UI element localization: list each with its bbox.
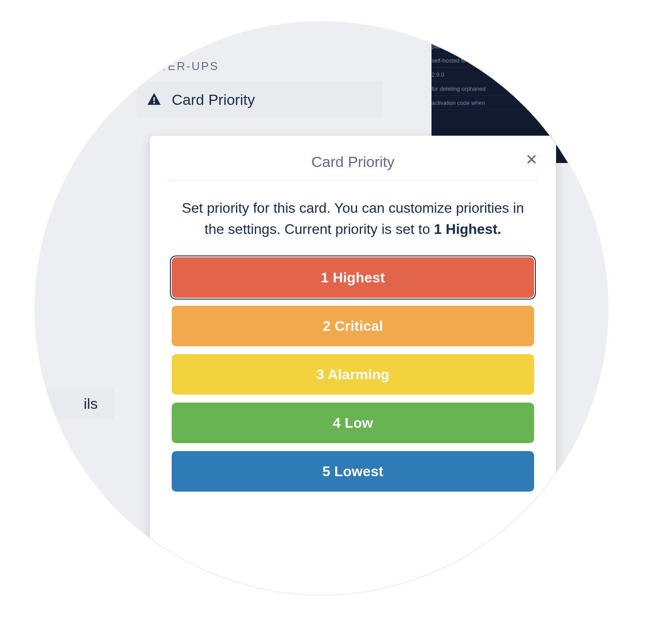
circular-viewport: planned vs done20d 14hself-hosted to Scr… (35, 22, 608, 595)
partial-side-button[interactable]: ils (35, 388, 114, 419)
bg-item-text: planned vs done (431, 43, 473, 50)
priority-button-1[interactable]: 1 Highest (172, 257, 534, 298)
bg-item-text: for deleting orphaned (431, 85, 486, 92)
priority-button-4[interactable]: 4 Low (172, 403, 534, 443)
bg-item-time: 20d 5h (575, 71, 590, 78)
svg-point-1 (153, 102, 155, 104)
partial-side-label: ils (84, 395, 98, 412)
priority-button-2[interactable]: 2 Critical (172, 306, 534, 346)
bg-item-time: 20d 5h (575, 100, 590, 106)
background-list-item: 2.9.020d 5h (431, 68, 590, 82)
popup-description: Set priority for this card. You can cust… (181, 197, 525, 240)
content-area: planned vs done20d 14hself-hosted to Scr… (35, 22, 608, 595)
background-list-item: planned vs done20d 14h (431, 40, 590, 54)
bg-item-time: 20d 14h (572, 57, 590, 64)
svg-rect-0 (154, 97, 155, 101)
power-ups-heading: POWER-UPS (136, 59, 219, 73)
warning-icon (145, 92, 163, 107)
background-list-item: for deleting orphaned20d 5h (431, 82, 590, 96)
background-list-item: self-hosted to Screenful20d 14h (431, 54, 590, 68)
background-list: planned vs done20d 14hself-hosted to Scr… (431, 40, 590, 110)
priority-list: 1 Highest2 Critical3 Alarming4 Low5 Lowe… (167, 257, 538, 492)
powerup-label: Card Priority (172, 91, 255, 108)
popup-title: Card Priority (167, 153, 538, 170)
popup-header: Card Priority ✕ (167, 149, 538, 181)
bg-item-text: self-hosted to Screenful (431, 57, 492, 64)
bg-item-text: activation code when (431, 100, 485, 106)
bg-item-text: 2.9.0 (431, 71, 444, 78)
card-priority-powerup-button[interactable]: Card Priority (136, 81, 383, 118)
close-icon: ✕ (525, 151, 538, 168)
bg-item-time: 20d 5h (575, 85, 590, 92)
priority-button-3[interactable]: 3 Alarming (172, 354, 534, 395)
priority-button-5[interactable]: 5 Lowest (172, 451, 534, 492)
close-button[interactable]: ✕ (523, 151, 540, 168)
current-priority-label: 1 Highest. (434, 221, 502, 237)
card-priority-popup: Card Priority ✕ Set priority for this ca… (150, 136, 556, 595)
background-list-item: activation code when20d 5h (431, 96, 590, 110)
bg-item-time: 20d 14h (572, 43, 590, 50)
